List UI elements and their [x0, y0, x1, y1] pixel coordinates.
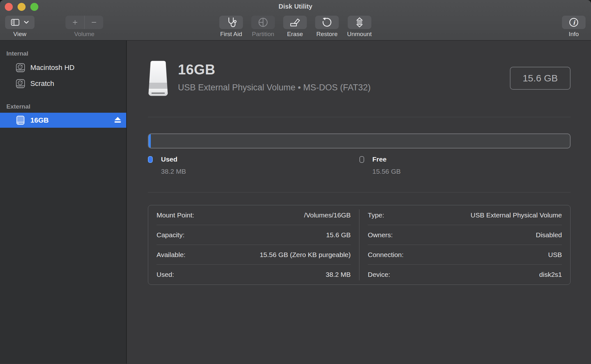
details-column-right: Type: USB External Physical Volume Owner… — [359, 205, 570, 284]
erase-icon — [289, 17, 301, 28]
erase-label: Erase — [287, 31, 303, 38]
plus-icon — [72, 19, 79, 26]
usage-bar — [148, 133, 571, 148]
stethoscope-icon — [225, 17, 237, 28]
restore-arrow-icon — [321, 17, 333, 28]
sidebar-item-16gb[interactable]: 16GB — [0, 113, 126, 128]
eject-button[interactable] — [114, 116, 122, 125]
legend-swatch-free — [359, 156, 364, 163]
sidebar-item-label: Macintosh HD — [30, 64, 74, 72]
detail-row-owners: Owners: Disabled — [368, 225, 562, 245]
minus-icon — [90, 19, 97, 26]
info-label: Info — [569, 31, 579, 38]
sidebar-item-macintosh-hd[interactable]: Macintosh HD — [0, 60, 126, 76]
usage-legend: Used 38.2 MB Free 15.56 GB — [148, 155, 571, 175]
sidebar-section-external: External — [6, 103, 126, 110]
restore-label: Restore — [316, 31, 338, 38]
window-chrome: Disk Utility View — [0, 0, 591, 41]
details-column-left: Mount Point: /Volumes/16GB Capacity: 15.… — [148, 205, 359, 284]
detail-row-mount-point: Mount Point: /Volumes/16GB — [157, 205, 351, 225]
toolbar-volume-item: Volume — [65, 16, 103, 38]
legend-value-free: 15.56 GB — [372, 168, 571, 175]
capacity-badge: 15.6 GB — [510, 67, 571, 90]
erase-button[interactable] — [283, 16, 307, 29]
toolbar-erase-item: Erase — [283, 16, 307, 38]
volume-segmented-control — [65, 16, 103, 29]
unmount-label: Unmount — [347, 31, 372, 38]
toolbar-first-aid-item: First Aid — [219, 16, 243, 38]
first-aid-button[interactable] — [219, 16, 243, 29]
sidebar-item-scratch[interactable]: Scratch — [0, 76, 126, 92]
legend-label-free: Free — [372, 155, 387, 163]
partition-label: Partition — [252, 31, 274, 38]
detail-row-type: Type: USB External Physical Volume — [368, 205, 562, 225]
legend-swatch-used — [148, 156, 153, 163]
toolbar-restore-item: Restore — [315, 16, 339, 38]
detail-row-available: Available: 15.56 GB (Zero KB purgeable) — [157, 245, 351, 265]
info-icon: i — [568, 17, 579, 28]
sidebar-item-label: Scratch — [30, 80, 54, 88]
toolbar-partition-item: Partition — [251, 16, 275, 38]
legend-item-free: Free 15.56 GB — [359, 155, 571, 175]
details-separator — [148, 192, 571, 193]
external-disk-icon — [15, 115, 26, 125]
usage-bar-used-segment — [149, 134, 151, 148]
sidebar-item-label: 16GB — [30, 116, 49, 125]
external-drive-large-icon — [148, 60, 168, 96]
titlebar: Disk Utility — [0, 0, 591, 12]
add-volume-button[interactable] — [65, 16, 84, 29]
sidebar-panel-icon — [11, 19, 19, 26]
main-content: 16GB USB External Physical Volume • MS-D… — [127, 41, 591, 364]
view-button[interactable] — [5, 16, 35, 29]
volume-subtitle: USB External Physical Volume • MS-DOS (F… — [178, 83, 371, 93]
internal-disk-icon — [15, 63, 26, 73]
chevron-down-icon — [24, 21, 29, 24]
detail-row-device: Device: disk2s1 — [368, 265, 562, 284]
unmount-button[interactable] — [348, 16, 371, 29]
restore-button[interactable] — [315, 16, 339, 29]
sidebar-section-internal: Internal — [6, 50, 126, 57]
volume-label: Volume — [74, 31, 94, 38]
details-panel: Mount Point: /Volumes/16GB Capacity: 15.… — [148, 205, 571, 285]
disk-utility-window: Disk Utility View — [0, 0, 591, 364]
partition-button[interactable] — [251, 16, 275, 29]
toolbar-center-group: First Aid Partition — [219, 16, 372, 38]
toolbar-unmount-item: Unmount — [347, 16, 372, 38]
detail-row-used: Used: 38.2 MB — [157, 265, 351, 284]
partition-pie-icon — [257, 17, 269, 28]
window-title: Disk Utility — [0, 3, 591, 10]
legend-item-used: Used 38.2 MB — [148, 155, 359, 175]
internal-disk-icon — [15, 79, 26, 89]
toolbar: View Volume — [0, 12, 591, 40]
view-label: View — [13, 31, 27, 38]
sidebar: Internal Macintosh HD — [0, 41, 127, 364]
volume-header: 16GB USB External Physical Volume • MS-D… — [148, 60, 571, 96]
remove-volume-button[interactable] — [84, 16, 103, 29]
unmount-icon — [354, 17, 365, 28]
info-button[interactable]: i — [562, 16, 586, 29]
first-aid-label: First Aid — [220, 31, 242, 38]
volume-name: 16GB — [178, 62, 371, 78]
toolbar-info-item: i Info — [562, 16, 586, 38]
volume-titles: 16GB USB External Physical Volume • MS-D… — [178, 60, 371, 93]
header-separator — [148, 117, 571, 117]
legend-label-used: Used — [161, 155, 177, 163]
toolbar-view-item: View — [5, 16, 35, 38]
detail-row-capacity: Capacity: 15.6 GB — [157, 225, 351, 245]
app-body: Internal Macintosh HD — [0, 41, 591, 364]
detail-row-connection: Connection: USB — [368, 245, 562, 265]
eject-icon — [114, 116, 122, 124]
legend-value-used: 38.2 MB — [161, 168, 359, 175]
svg-text:i: i — [573, 19, 576, 26]
